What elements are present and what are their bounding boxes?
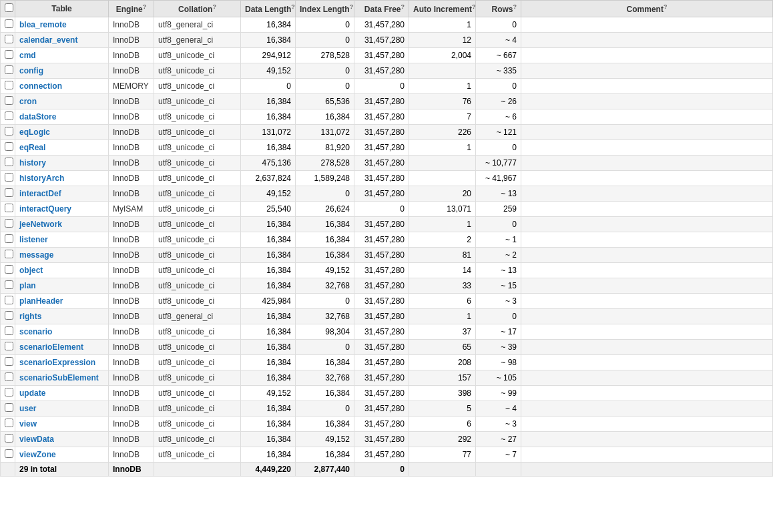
row-table-name[interactable]: scenario: [15, 324, 109, 340]
row-checkbox[interactable]: [5, 388, 13, 396]
table-name-link[interactable]: cmd: [19, 51, 36, 60]
row-checkbox[interactable]: [5, 265, 13, 274]
table-name-link[interactable]: connection: [19, 81, 62, 91]
row-table-name[interactable]: rights: [15, 309, 109, 324]
table-name-link[interactable]: update: [19, 388, 45, 398]
row-checkbox-cell[interactable]: [1, 17, 15, 33]
row-checkbox[interactable]: [5, 357, 13, 366]
table-name-link[interactable]: eqReal: [19, 143, 45, 152]
header-checkbox[interactable]: [1, 1, 15, 17]
table-name-link[interactable]: eqLogic: [19, 127, 50, 137]
row-table-name[interactable]: interactQuery: [15, 202, 109, 217]
row-checkbox[interactable]: [5, 81, 13, 89]
row-checkbox-cell[interactable]: [1, 186, 15, 202]
row-checkbox-cell[interactable]: [1, 140, 15, 156]
row-table-name[interactable]: scenarioSubElement: [15, 370, 109, 386]
table-name-link[interactable]: message: [19, 250, 53, 260]
row-checkbox-cell[interactable]: [1, 125, 15, 140]
table-name-link[interactable]: planHeader: [19, 296, 63, 306]
row-checkbox-cell[interactable]: [1, 109, 15, 125]
row-checkbox-cell[interactable]: [1, 355, 15, 370]
row-checkbox-cell[interactable]: [1, 79, 15, 94]
row-checkbox-cell[interactable]: [1, 278, 15, 294]
row-checkbox[interactable]: [5, 188, 13, 197]
row-checkbox-cell[interactable]: [1, 324, 15, 340]
row-checkbox[interactable]: [5, 111, 13, 120]
table-name-link[interactable]: interactDef: [19, 189, 61, 198]
row-checkbox[interactable]: [5, 19, 13, 28]
row-checkbox[interactable]: [5, 449, 13, 458]
row-checkbox-cell[interactable]: [1, 217, 15, 232]
row-checkbox-cell[interactable]: [1, 248, 15, 263]
row-checkbox[interactable]: [5, 35, 13, 43]
row-checkbox[interactable]: [5, 326, 13, 335]
row-table-name[interactable]: history: [15, 156, 109, 171]
table-name-link[interactable]: viewZone: [19, 450, 56, 459]
row-table-name[interactable]: jeeNetwork: [15, 217, 109, 232]
row-checkbox[interactable]: [5, 50, 13, 59]
row-table-name[interactable]: object: [15, 263, 109, 278]
row-checkbox-cell[interactable]: [1, 202, 15, 217]
row-checkbox-cell[interactable]: [1, 432, 15, 447]
row-checkbox[interactable]: [5, 204, 13, 212]
row-checkbox-cell[interactable]: [1, 171, 15, 186]
table-name-link[interactable]: rights: [19, 312, 41, 321]
row-checkbox-cell[interactable]: [1, 309, 15, 324]
table-name-link[interactable]: jeeNetwork: [19, 220, 62, 229]
row-table-name[interactable]: interactDef: [15, 186, 109, 202]
row-checkbox-cell[interactable]: [1, 294, 15, 309]
row-table-name[interactable]: listener: [15, 232, 109, 248]
table-name-link[interactable]: interactQuery: [19, 204, 71, 214]
row-checkbox[interactable]: [5, 296, 13, 304]
row-table-name[interactable]: connection: [15, 79, 109, 94]
row-table-name[interactable]: eqLogic: [15, 125, 109, 140]
row-table-name[interactable]: calendar_event: [15, 33, 109, 48]
row-checkbox[interactable]: [5, 419, 13, 427]
table-name-link[interactable]: historyArch: [19, 174, 64, 183]
row-checkbox-cell[interactable]: [1, 370, 15, 386]
row-checkbox-cell[interactable]: [1, 447, 15, 463]
table-name-link[interactable]: scenarioExpression: [19, 358, 95, 367]
row-table-name[interactable]: user: [15, 401, 109, 417]
row-checkbox[interactable]: [5, 219, 13, 228]
row-checkbox[interactable]: [5, 342, 13, 350]
row-checkbox-cell[interactable]: [1, 232, 15, 248]
row-table-name[interactable]: planHeader: [15, 294, 109, 309]
table-name-link[interactable]: calendar_event: [19, 35, 77, 45]
row-checkbox[interactable]: [5, 311, 13, 320]
row-checkbox[interactable]: [5, 158, 13, 166]
row-table-name[interactable]: dataStore: [15, 109, 109, 125]
row-checkbox-cell[interactable]: [1, 94, 15, 109]
table-name-link[interactable]: history: [19, 158, 46, 168]
select-all-checkbox[interactable]: [5, 3, 13, 12]
row-checkbox[interactable]: [5, 403, 13, 412]
table-name-link[interactable]: blea_remote: [19, 20, 67, 29]
row-checkbox-cell[interactable]: [1, 263, 15, 278]
table-name-link[interactable]: plan: [19, 281, 36, 290]
row-checkbox[interactable]: [5, 173, 13, 182]
row-table-name[interactable]: historyArch: [15, 171, 109, 186]
row-table-name[interactable]: cron: [15, 94, 109, 109]
row-table-name[interactable]: plan: [15, 278, 109, 294]
row-checkbox-cell[interactable]: [1, 340, 15, 355]
table-name-link[interactable]: config: [19, 66, 43, 75]
row-checkbox[interactable]: [5, 96, 13, 105]
row-checkbox-cell[interactable]: [1, 63, 15, 79]
row-checkbox[interactable]: [5, 127, 13, 136]
table-name-link[interactable]: user: [19, 404, 36, 413]
table-name-link[interactable]: listener: [19, 235, 48, 244]
row-table-name[interactable]: update: [15, 386, 109, 401]
row-checkbox[interactable]: [5, 234, 13, 243]
table-name-link[interactable]: scenarioSubElement: [19, 373, 99, 382]
table-name-link[interactable]: view: [19, 419, 37, 429]
row-table-name[interactable]: scenarioExpression: [15, 355, 109, 370]
row-checkbox-cell[interactable]: [1, 401, 15, 417]
row-checkbox[interactable]: [5, 142, 13, 151]
row-table-name[interactable]: viewZone: [15, 447, 109, 463]
row-table-name[interactable]: scenarioElement: [15, 340, 109, 355]
row-checkbox[interactable]: [5, 372, 13, 381]
table-name-link[interactable]: scenarioElement: [19, 342, 83, 352]
row-table-name[interactable]: config: [15, 63, 109, 79]
row-checkbox-cell[interactable]: [1, 156, 15, 171]
table-name-link[interactable]: cron: [19, 97, 37, 106]
